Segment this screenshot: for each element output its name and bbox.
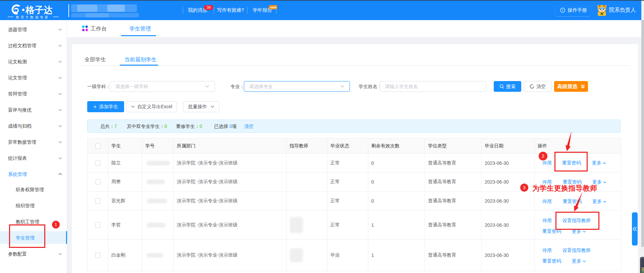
svg-text:NEW: NEW	[270, 6, 277, 9]
svg-text:教育大数据专家: 教育大数据专家	[16, 15, 50, 19]
svg-text:格子达: 格子达	[25, 5, 53, 15]
